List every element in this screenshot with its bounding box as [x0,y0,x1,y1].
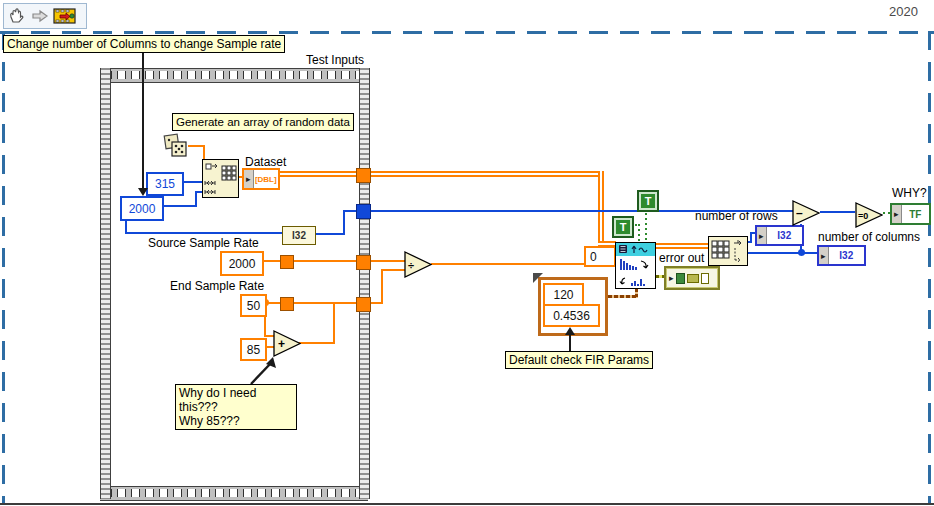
constant-fir-taps[interactable]: 120 [543,283,584,306]
tunnel-end-rate [356,297,371,312]
constant-source-sample-rate[interactable]: 2000 [220,251,264,276]
comment-why[interactable]: Why do I need this??? Why 85??? [175,384,297,430]
wire-i32-out-h [314,233,344,235]
sequence-frame-title: Test Inputs [306,53,364,67]
cluster-fold-icon [533,273,543,283]
initialize-array-node[interactable] [202,159,239,198]
tunnel-i32 [356,204,371,219]
error-out-label: error out [659,251,704,265]
wire-source-rate [260,260,358,262]
junction-source-rate [280,255,294,269]
wire-i32-long [369,210,793,212]
constant-rows-init[interactable]: 315 [146,172,184,196]
end-sample-rate-label: End Sample Rate [170,279,264,293]
indicator-arrow-icon: ▸ [892,205,902,223]
fir-arrow-line [569,333,571,351]
random-number-dice-icon[interactable] [163,133,189,159]
diagram-border-right [928,31,931,503]
sequence-frame-border-left[interactable] [100,68,111,499]
why-label: WHY? [892,186,927,200]
resample-vi-node[interactable] [615,242,656,289]
indicator-arrow-icon: ▸ [819,247,829,264]
dataset-indicator[interactable]: ▸ [DBL] [242,168,280,190]
wire-dataset-2 [369,171,601,177]
wire-add-out-v [333,303,335,344]
fir-arrowhead [565,327,575,335]
year-badge: 2020 [889,4,918,19]
wire-rows-b [750,233,752,243]
sequence-frame-border-bottom[interactable] [100,486,368,501]
wire-true2-v [638,224,640,242]
wire-i32-out-v [343,210,345,235]
error-code-icon [687,274,699,283]
constant-fir-cutoff[interactable]: 0.4536 [543,304,600,327]
indicator-arrow-icon: ▸ [757,227,767,244]
window-bottom-edge [0,503,934,505]
why-comment-arrow [243,355,283,387]
to-i32-conversion-node[interactable]: I32 [282,226,316,245]
wire-i32-out-h2 [343,210,357,212]
wire-2000-in [195,191,202,193]
true-constant-2[interactable]: T [612,216,634,238]
comment-pointer-line [142,53,144,189]
svg-text:÷: ÷ [408,259,414,271]
sequence-clip-icon[interactable] [53,7,77,25]
wire-dataset-1 [276,171,360,177]
wire-fir-v [635,288,638,297]
dataset-label: Dataset [245,155,286,169]
comment-generate-random[interactable]: Generate an array of random data [172,113,354,131]
wire-true1 [645,208,647,242]
comment-change-columns[interactable]: Change number of Columns to change Sampl… [3,35,285,53]
equal-zero-node[interactable]: =0 [855,202,883,228]
divide-node[interactable]: ÷ [404,251,432,278]
source-sample-rate-label: Source Sample Rate [148,236,259,250]
labview-block-diagram: 2020 Change number of Columns to change … [0,0,934,506]
comment-pointer-arrowhead [138,188,148,196]
run-arrow-icon[interactable] [31,8,49,24]
constant-cols-init[interactable]: 2000 [120,196,164,221]
diagram-border-top [0,31,934,34]
indicator-arrow-icon: ▸ [669,273,674,283]
wire-2000-v [195,191,197,207]
wire-50-h [263,302,358,304]
wire-cols-h [748,252,818,254]
wire-divide-in1 [369,260,405,262]
junction-50-sq [280,297,294,311]
wire-dec-out [820,211,855,213]
error-source-icon [701,273,709,284]
svg-text:=0: =0 [858,211,868,221]
wire-divide-in2-c [381,269,405,271]
svg-text:–: – [796,206,803,220]
why-indicator[interactable]: ▸ TF [890,203,931,225]
constant-end-sample-rate[interactable]: 50 [240,294,267,317]
cols-label: number of columns [818,230,920,244]
wire-vi-out [656,243,708,249]
tunnel-dataset [356,168,371,183]
array-size-node[interactable] [708,236,748,266]
pan-hand-icon[interactable] [7,7,27,25]
junction-cols [798,249,805,256]
wire-divide-in2-b [381,270,383,304]
error-out-indicator[interactable]: ▸ [664,266,720,290]
indicator-arrow-icon: ▸ [244,170,254,188]
rows-indicator[interactable]: ▸ I32 [755,225,804,246]
toolbar [3,3,87,29]
diagram-border-left [2,31,5,503]
constant-zero[interactable]: 0 [584,246,616,267]
comment-default-fir[interactable]: Default check FIR Params [505,351,653,369]
true-constant-1[interactable]: T [637,190,659,212]
svg-text:+: + [278,337,285,351]
wire-dataset-3 [598,171,604,245]
decrement-node[interactable]: – [792,200,820,226]
wire-2000-to-i32 [125,232,282,234]
wire-2000-h [160,205,196,207]
wire-add-out-h [299,342,335,344]
add-node[interactable]: + [273,330,301,357]
sequence-frame-border-top[interactable] [100,68,368,83]
cols-indicator[interactable]: ▸ I32 [817,245,866,266]
sequence-frame-border-right[interactable] [359,68,370,499]
tunnel-source-rate [356,255,371,270]
error-status-icon [676,273,685,284]
